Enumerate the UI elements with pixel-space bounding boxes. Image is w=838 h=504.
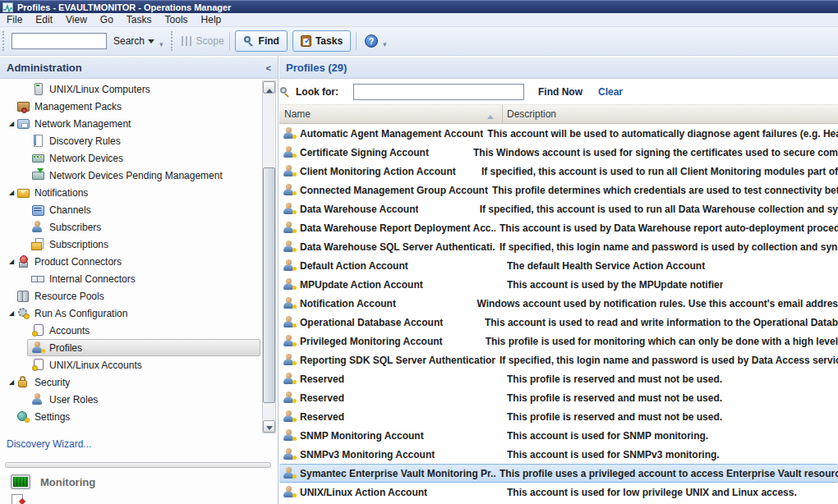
description-cell: This Windows account is used for signing… (469, 143, 838, 162)
toolbar-overflow-icon[interactable]: ▾ (383, 40, 387, 48)
row-certificate-signing-account[interactable]: Certificate Signing Account This Windows… (279, 143, 838, 162)
menu-tools[interactable]: Tools (159, 13, 195, 26)
tree-item-internal-connectors[interactable]: Internal Connectors (0, 270, 278, 287)
tree-item-discovery-rules[interactable]: Discovery Rules (0, 132, 278, 149)
tree-item-settings[interactable]: Settings (0, 408, 278, 425)
tree-item-notifications[interactable]: ◢ Notifications (0, 184, 278, 201)
row-reporting-sdk-sql-server-authentication[interactable]: Reporting SDK SQL Server Authentication.… (279, 351, 838, 369)
tree-item-unix-linux-computers[interactable]: UNIX/Linux Computers (0, 80, 278, 98)
menu-edit[interactable]: Edit (29, 13, 59, 26)
profile-description: This profile is reserved and must not be… (507, 411, 722, 423)
tree-item-subscriptions[interactable]: Subscriptions (0, 236, 278, 253)
tree-item-subscribers[interactable]: Subscribers (0, 218, 278, 236)
tree-item-label: User Roles (49, 394, 98, 405)
tree-item-security[interactable]: ◢ Security (0, 373, 278, 391)
column-header-name[interactable]: Name (279, 105, 503, 123)
profile-description: This profile determines which credential… (492, 185, 838, 196)
tree-item-management-packs[interactable]: Management Packs (0, 98, 278, 115)
name-cell: Data Warehouse Report Deployment Acc... (279, 218, 495, 237)
grid-header: Name Description (279, 104, 838, 124)
discovery-wizard-link[interactable]: Discovery Wizard... (7, 438, 91, 450)
toolbar-separator (229, 32, 230, 50)
profile-description: If specified, this login name and passwo… (500, 355, 838, 366)
menu-file[interactable]: File (0, 13, 29, 26)
tree-expander-icon[interactable]: ◢ (7, 309, 16, 317)
row-symantec-enterprise-vault-monitoring-pr[interactable]: Symantec Enterprise Vault Monitoring Pr.… (279, 464, 838, 483)
tree-item-user-roles[interactable]: User Roles (0, 391, 278, 408)
tree-item-unix-linux-accounts[interactable]: UNIX/Linux Accounts (0, 356, 278, 373)
row-data-warehouse-report-deployment-acc[interactable]: Data Warehouse Report Deployment Acc... … (279, 218, 838, 237)
menu-go[interactable]: Go (94, 13, 120, 26)
chevron-down-icon[interactable] (148, 39, 154, 47)
menu-help[interactable]: Help (195, 13, 228, 26)
clear-link[interactable]: Clear (598, 86, 623, 98)
tree-item-network-management[interactable]: ◢ Network Management (0, 115, 278, 132)
toolbar-overflow-icon[interactable]: ▾ (159, 40, 163, 48)
help-icon[interactable]: ? (365, 34, 378, 48)
scroll-down-button[interactable] (263, 420, 275, 433)
profile-name: SNMPv3 Monitoring Account (300, 449, 435, 460)
scope-button[interactable]: Scope (182, 35, 224, 47)
tree-item-product-connectors[interactable]: ◢ Product Connectors (0, 253, 278, 270)
tasks-button[interactable]: Tasks (292, 30, 351, 52)
run-as-profile-icon (283, 335, 296, 347)
accounts-icon (31, 324, 44, 337)
profile-name: Privileged Monitoring Account (300, 336, 443, 347)
scope-icon (182, 36, 193, 46)
row-data-warehouse-account[interactable]: Data Warehouse Account If specified, thi… (279, 199, 838, 218)
tree-expander-icon[interactable]: ◢ (7, 378, 16, 386)
management-packs-icon (16, 100, 30, 112)
profile-name: Reporting SDK SQL Server Authentication.… (300, 355, 495, 366)
find-button[interactable]: Find (235, 30, 288, 52)
row-reserved[interactable]: Reserved This profile is reserved and mu… (279, 388, 838, 407)
subscribers-icon (31, 221, 44, 233)
document-icon[interactable] (12, 494, 23, 504)
tree-item-label: Management Packs (35, 101, 122, 112)
search-dropdown[interactable]: Search (113, 35, 145, 47)
row-client-monitoring-action-account[interactable]: Client Monitoring Action Account If spec… (279, 162, 838, 181)
tree-item-channels[interactable]: Channels (0, 201, 278, 218)
row-privileged-monitoring-account[interactable]: Privileged Monitoring Account This profi… (279, 332, 838, 351)
tree-item-network-devices[interactable]: Network Devices (0, 149, 278, 167)
menu-view[interactable]: View (59, 13, 94, 26)
profile-name: Notification Account (300, 298, 396, 309)
profile-description: The default Health Service Action Accoun… (507, 260, 705, 272)
scroll-up-button[interactable] (263, 81, 275, 94)
tree-scrollbar[interactable] (262, 80, 276, 433)
column-header-description[interactable]: Description (503, 105, 838, 123)
tree-expander-icon[interactable]: ◢ (7, 258, 16, 265)
collapse-pane-icon[interactable]: < (266, 63, 271, 73)
row-reserved[interactable]: Reserved This profile is reserved and mu… (279, 407, 838, 426)
scroll-thumb[interactable] (263, 167, 275, 403)
tree-item-label: Network Devices Pending Management (49, 170, 223, 181)
tree-item-resource-pools[interactable]: Resource Pools (0, 287, 278, 305)
menu-tasks[interactable]: Tasks (120, 13, 159, 26)
profile-name: Client Monitoring Action Account (300, 166, 456, 177)
find-now-link[interactable]: Find Now (538, 86, 582, 98)
pane-splitter[interactable] (5, 462, 271, 468)
row-mpupdate-action-account[interactable]: MPUpdate Action Account This account is … (279, 275, 838, 294)
row-notification-account[interactable]: Notification Account Windows account use… (279, 294, 838, 313)
row-unix-linux-action-account[interactable]: UNIX/Linux Action Account This account i… (279, 483, 838, 502)
row-operational-database-account[interactable]: Operational Database Account This accoun… (279, 313, 838, 332)
tree-item-network-devices-pending-management[interactable]: Network Devices Pending Management (0, 167, 278, 184)
tree-item-accounts[interactable]: Accounts (0, 322, 278, 339)
nav-button-monitoring[interactable]: Monitoring (0, 471, 278, 493)
admin-tree: UNIX/Linux Computers Management Packs ◢ … (0, 80, 278, 458)
row-data-warehouse-sql-server-authenticati[interactable]: Data Warehouse SQL Server Authenticati..… (279, 237, 838, 256)
row-default-action-account[interactable]: Default Action Account The default Healt… (279, 256, 838, 275)
row-automatic-agent-management-account[interactable]: Automatic Agent Management Account This … (279, 124, 838, 143)
tree-item-profiles[interactable]: Profiles (0, 339, 278, 356)
row-snmpv3-monitoring-account[interactable]: SNMPv3 Monitoring Account This account i… (279, 445, 838, 464)
tree-expander-icon[interactable]: ◢ (7, 189, 16, 196)
row-reserved[interactable]: Reserved This profile is reserved and mu… (279, 369, 838, 388)
description-cell: If specified, this login name and passwo… (495, 237, 838, 256)
look-for-input[interactable] (353, 84, 524, 100)
row-snmp-monitoring-account[interactable]: SNMP Monitoring Account This account is … (279, 426, 838, 445)
tree-item-run-as-configuration[interactable]: ◢ Run As Configuration (0, 305, 278, 322)
tree-expander-icon[interactable]: ◢ (7, 120, 16, 127)
tree-item-label: Channels (49, 204, 91, 216)
row-connected-management-group-account[interactable]: Connected Management Group Account This … (279, 181, 838, 199)
pane-header: Profiles (29) (279, 57, 838, 79)
search-input[interactable] (12, 33, 107, 49)
